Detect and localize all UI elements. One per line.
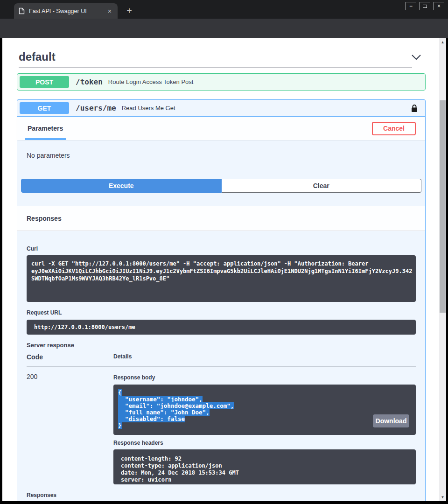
window-controls: − × [406,2,444,10]
get-method-badge: GET [20,102,69,114]
auth-lock-icon[interactable] [411,104,418,112]
browser-tab[interactable]: Fast API - Swagger UI × [14,3,118,19]
responses-table-label: Responses [27,492,416,498]
response-body-line: } [118,422,411,429]
responses-section-title: Responses [27,215,62,222]
curl-line: SWDTNqbfOaP1Ms9WVYJAQ3hRB42Ye_lR1sPvo_8E… [31,275,411,282]
request-url-value: http://127.0.0.1:8000/users/me [34,324,408,330]
scroll-up-icon[interactable]: ▲ [439,40,446,44]
response-status-code: 200 [27,373,113,484]
response-body-line: { [118,390,411,396]
page-scrollbar[interactable]: ▲ ▼ [439,38,446,501]
maximize-button[interactable] [420,2,430,10]
request-url-block: http://127.0.0.1:8000/users/me [27,320,416,335]
scrollbar-thumb[interactable] [440,100,446,313]
swagger-page: default POST /token Route Login Access T… [2,38,439,501]
minimize-button[interactable]: − [406,2,416,10]
tab-parameters[interactable]: Parameters [25,117,66,140]
browser-toolbar: 127.0.0.1:8000/docs ☆ ⋮ [0,19,448,38]
get-path: /users/me [76,104,116,112]
post-summary: Route Login Access Token Post [108,78,194,85]
response-header-line: content-type: application/json [121,462,408,469]
clear-button[interactable]: Clear [222,179,422,193]
response-body-label: Response body [113,374,155,381]
post-method-badge: POST [20,76,69,88]
chevron-down-icon[interactable] [411,54,421,60]
page-favicon-icon [19,7,25,14]
new-tab-button[interactable]: + [123,4,136,17]
server-response-table: Code Details 200 Response body { "userna… [27,353,416,484]
response-headers-block: content-length: 92 content-type: applica… [113,449,416,484]
curl-command-block[interactable]: curl -X GET "http://127.0.0.1:8000/users… [27,255,416,302]
no-parameters-message: No parameters [27,152,70,159]
request-url-label: Request URL [27,309,416,316]
execute-button[interactable]: Execute [21,179,222,193]
responses-inner: Curl curl -X GET "http://127.0.0.1:8000/… [17,231,425,501]
response-body-line: "full_name": "John Doe", [118,409,411,416]
parameters-tab-label: Parameters [28,125,63,132]
server-response-row: 200 Response body { "username": "johndoe… [27,367,416,484]
response-body-line: "username": "johndoe", [118,396,411,403]
response-body-block[interactable]: { "username": "johndoe", "email": "johnd… [113,385,416,435]
code-column-header: Code [27,353,113,361]
curl-label: Curl [27,245,38,252]
parameters-tab-underline [25,138,66,140]
opblock-post-header[interactable]: POST /token Route Login Access Token Pos… [17,74,425,90]
close-button[interactable]: × [434,2,444,10]
response-details-cell: Response body { "username": "johndoe", "… [113,373,416,484]
parameters-section-header: Parameters Cancel [17,117,425,140]
server-response-label: Server response [27,342,416,349]
response-header-line: server: uvicorn [121,476,408,483]
scroll-down-icon[interactable]: ▼ [439,495,446,499]
details-column-header: Details [113,353,132,361]
response-body-line: "disabled": false [118,416,411,422]
server-response-table-header: Code Details [27,353,416,367]
response-header-line: content-length: 92 [121,455,408,462]
curl-line: curl -X GET "http://127.0.0.1:8000/users… [31,260,411,267]
curl-line: eyJ0eXAiOiJKV1QiLCJhbGciOiJIUzI1NiJ9.eyJ… [31,267,411,275]
responses-section-header: Responses [17,206,425,231]
browser-titlebar: Fast API - Swagger UI × + − × [0,0,448,19]
opblock-get-header[interactable]: GET /users/me Read Users Me Get [17,100,425,117]
response-header-line: date: Mon, 24 Dec 2018 15:53:34 GMT [121,469,408,476]
cancel-button[interactable]: Cancel [372,122,416,135]
maximize-icon [423,5,427,8]
get-summary: Read Users Me Get [122,105,175,112]
response-body-line: "email": "johndoe@example.com", [118,403,411,409]
execute-wrapper: Execute Clear [17,159,425,206]
tag-title: default [19,50,56,63]
parameters-body: No parameters [17,140,425,159]
tab-close-icon[interactable]: × [106,7,113,15]
response-headers-label: Response headers [113,440,416,446]
tag-divider [19,67,412,68]
tag-section-header[interactable]: default [2,38,439,67]
opblock-post-token: POST /token Route Login Access Token Pos… [17,73,426,91]
opblock-get-users-me: GET /users/me Read Users Me Get Paramete… [17,99,426,501]
tab-title: Fast API - Swagger UI [29,8,106,14]
download-button[interactable]: Download [373,414,409,427]
post-path: /token [76,77,103,86]
